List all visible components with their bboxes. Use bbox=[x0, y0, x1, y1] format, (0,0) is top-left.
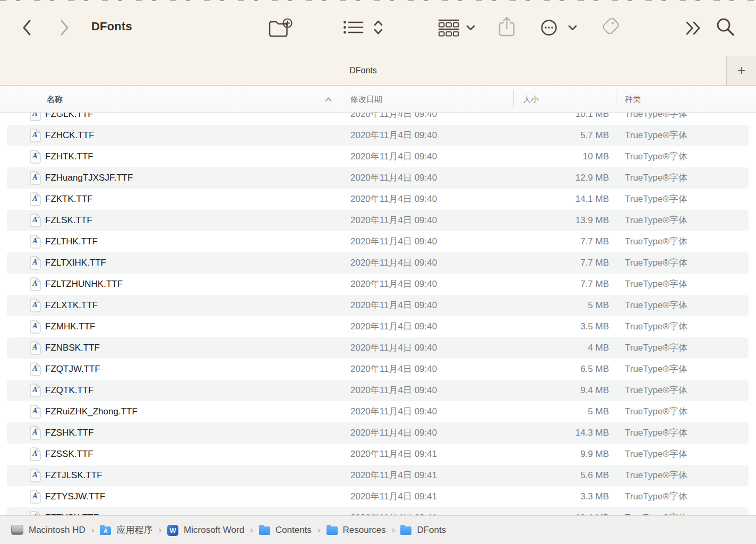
font-file-icon: A bbox=[30, 235, 41, 249]
table-row[interactable]: A FZLTHK.TTF 2020年11月4日 09:40 7.7 MB Tru… bbox=[0, 231, 756, 252]
list-view-selector[interactable] bbox=[343, 20, 389, 36]
path-separator-chevron: › bbox=[392, 525, 395, 536]
tab-dfonts[interactable]: DFonts bbox=[0, 56, 726, 85]
font-glyph-a: A bbox=[30, 280, 40, 287]
column-divider[interactable] bbox=[347, 90, 347, 108]
file-kind: TrueType®字体 bbox=[625, 422, 688, 444]
table-row[interactable]: A FZSHK.TTF 2020年11月4日 09:40 14.3 MB Tru… bbox=[0, 422, 756, 444]
table-row[interactable]: A FZNBSK.TTF 2020年11月4日 09:40 4 MB TrueT… bbox=[0, 337, 756, 359]
file-size: 5 MB bbox=[513, 295, 609, 316]
table-row[interactable]: A FZTYSJW.TTF 2020年11月4日 09:41 3.3 MB Tr… bbox=[0, 486, 756, 507]
column-divider[interactable] bbox=[616, 90, 616, 108]
path-items: Macintosh HD › A 应用程序 › W Microsoft Word… bbox=[11, 524, 446, 536]
table-row[interactable]: A FZLXTK.TTF 2020年11月4日 09:40 5 MB TrueT… bbox=[0, 295, 756, 316]
file-date-modified: 2020年11月4日 09:40 bbox=[350, 125, 437, 146]
column-header-date[interactable]: 修改日期 bbox=[350, 86, 382, 113]
font-file-icon: A bbox=[30, 405, 41, 419]
table-row[interactable]: A FZSSK.TTF 2020年11月4日 09:41 9.9 MB True… bbox=[0, 444, 756, 465]
table-row[interactable]: A FZHuangTJXSJF.TTF 2020年11月4日 09:40 12.… bbox=[0, 167, 756, 189]
table-row[interactable]: A FZGLK.TTF 2020年11月4日 09:40 10.1 MB Tru… bbox=[0, 113, 756, 125]
column-header-size[interactable]: 大小 bbox=[523, 86, 539, 113]
list-icon bbox=[343, 21, 363, 34]
forward-button[interactable] bbox=[58, 19, 70, 37]
table-row[interactable]: A FZMHK.TTF 2020年11月4日 09:40 3.5 MB True… bbox=[0, 316, 756, 337]
path-item[interactable]: › Contents bbox=[244, 525, 312, 536]
font-file-icon: A bbox=[30, 256, 41, 270]
file-size: 7.7 MB bbox=[513, 252, 609, 274]
column-header-name[interactable]: 名称 bbox=[47, 86, 63, 113]
table-row[interactable]: A FZHCK.TTF 2020年11月4日 09:40 5.7 MB True… bbox=[0, 125, 756, 146]
path-item-label: Contents bbox=[276, 525, 312, 536]
file-name: FZGLK.TTF bbox=[45, 113, 93, 125]
file-size: 3.5 MB bbox=[513, 316, 609, 337]
table-row[interactable]: A FZHTK.TTF 2020年11月4日 09:40 10 MB TrueT… bbox=[0, 146, 756, 167]
path-item[interactable]: › Resources bbox=[312, 525, 386, 536]
back-button[interactable] bbox=[21, 19, 33, 37]
new-folder-button[interactable] bbox=[268, 17, 293, 39]
path-item[interactable]: Macintosh HD bbox=[11, 525, 85, 536]
finder-window: DFonts bbox=[0, 0, 756, 544]
file-name: FZQTJW.TTF bbox=[45, 359, 100, 380]
file-name: FZKTK.TTF bbox=[45, 189, 93, 210]
font-file-icon: A bbox=[30, 469, 41, 482]
file-kind: TrueType®字体 bbox=[625, 507, 688, 515]
file-kind: TrueType®字体 bbox=[625, 316, 688, 337]
file-date-modified: 2020年11月4日 09:40 bbox=[350, 401, 437, 422]
file-size: 5.6 MB bbox=[513, 465, 609, 486]
file-name: FZLTXIHK.TTF bbox=[45, 252, 106, 274]
table-row[interactable]: A FZKTK.TTF 2020年11月4日 09:40 14.1 MB Tru… bbox=[0, 189, 756, 210]
font-glyph-a: A bbox=[30, 259, 40, 266]
tags-button[interactable] bbox=[599, 16, 623, 40]
path-item-icon bbox=[327, 526, 338, 535]
search-button[interactable] bbox=[715, 16, 737, 39]
file-date-modified: 2020年11月4日 09:40 bbox=[350, 210, 437, 231]
file-size: 13.9 MB bbox=[513, 210, 609, 231]
path-item[interactable]: › DFonts bbox=[386, 525, 446, 536]
file-name: FZHCK.TTF bbox=[45, 125, 94, 146]
more-actions-button[interactable] bbox=[539, 18, 579, 38]
font-glyph-a: A bbox=[30, 216, 40, 224]
font-glyph-a: A bbox=[30, 174, 40, 181]
file-date-modified: 2020年11月4日 09:40 bbox=[350, 274, 437, 295]
table-row[interactable]: A FZTYSK.TTF 2020年11月4日 09:41 10.4 MB Tr… bbox=[0, 507, 756, 515]
file-size: 12.9 MB bbox=[513, 167, 609, 189]
toolbar: DFonts bbox=[0, 0, 756, 56]
file-date-modified: 2020年11月4日 09:40 bbox=[350, 231, 437, 252]
share-button[interactable] bbox=[497, 16, 517, 39]
font-file-icon: A bbox=[30, 426, 41, 440]
font-file-icon: A bbox=[30, 214, 41, 227]
table-row[interactable]: A FZTJLSK.TTF 2020年11月4日 09:41 5.6 MB Tr… bbox=[0, 465, 756, 486]
toolbar-overflow-button[interactable] bbox=[685, 21, 703, 36]
file-kind: TrueType®字体 bbox=[625, 444, 688, 465]
file-name: FZQTK.TTF bbox=[45, 380, 94, 401]
table-row[interactable]: A FZLSK.TTF 2020年11月4日 09:40 13.9 MB Tru… bbox=[0, 210, 756, 231]
file-date-modified: 2020年11月4日 09:40 bbox=[350, 295, 437, 316]
font-file-icon: A bbox=[30, 320, 41, 334]
path-item[interactable]: › W Microsoft Word bbox=[152, 524, 244, 536]
table-row[interactable]: A FZLTZHUNHK.TTF 2020年11月4日 09:40 7.7 MB… bbox=[0, 274, 756, 295]
table-row[interactable]: A FZRuiZHK_Zhong.TTF 2020年11月4日 09:40 5 … bbox=[0, 401, 756, 422]
path-item-icon bbox=[11, 525, 23, 535]
font-glyph-a: A bbox=[30, 365, 40, 372]
table-row[interactable]: A FZQTK.TTF 2020年11月4日 09:40 9.4 MB True… bbox=[0, 380, 756, 401]
file-name: FZLTZHUNHK.TTF bbox=[45, 274, 123, 295]
file-date-modified: 2020年11月4日 09:40 bbox=[350, 189, 437, 210]
font-glyph-a: A bbox=[30, 301, 40, 309]
font-glyph-a: A bbox=[30, 237, 40, 245]
file-size: 10.1 MB bbox=[513, 113, 609, 125]
file-kind: TrueType®字体 bbox=[625, 125, 688, 146]
column-divider[interactable] bbox=[513, 90, 514, 108]
font-glyph-a: A bbox=[30, 492, 40, 500]
file-name: FZSSK.TTF bbox=[45, 444, 93, 465]
font-file-icon: A bbox=[30, 490, 41, 504]
path-item-label: Microsoft Word bbox=[184, 525, 244, 536]
table-row[interactable]: A FZQTJW.TTF 2020年11月4日 09:40 6.5 MB Tru… bbox=[0, 359, 756, 380]
new-tab-button[interactable]: + bbox=[726, 56, 756, 85]
path-item[interactable]: › A 应用程序 bbox=[85, 524, 153, 536]
table-row[interactable]: A FZLTXIHK.TTF 2020年11月4日 09:40 7.7 MB T… bbox=[0, 252, 756, 274]
cropped-content-sliver bbox=[0, 0, 756, 1]
group-by-button[interactable] bbox=[439, 19, 477, 37]
column-header-kind[interactable]: 种类 bbox=[625, 86, 641, 113]
rows-container: A FZGLK.TTF 2020年11月4日 09:40 10.1 MB Tru… bbox=[0, 113, 756, 515]
font-glyph-a: A bbox=[30, 407, 40, 415]
